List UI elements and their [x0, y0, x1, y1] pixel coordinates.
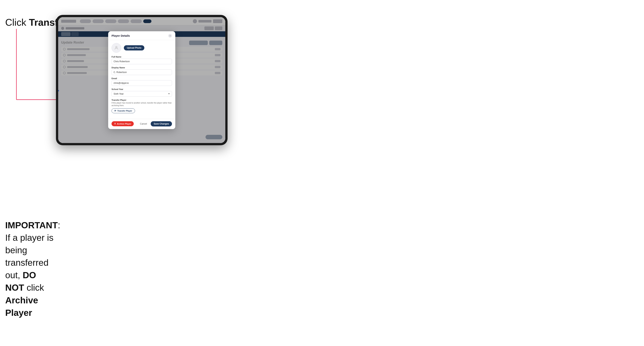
archive-icon: ⬇	[114, 123, 116, 125]
svg-point-3	[116, 46, 117, 48]
modal-header: Player Details ×	[108, 31, 175, 40]
instruction-bottom: IMPORTANT: If a player is being transfer…	[5, 219, 58, 319]
school-year-label: School Year	[112, 88, 172, 90]
email-label: Email	[112, 77, 172, 80]
tablet-device: Update Roster	[56, 15, 228, 145]
display-name-group: Display Name	[112, 66, 172, 75]
modal-close-button[interactable]: ×	[168, 34, 172, 38]
display-name-input[interactable]	[112, 69, 172, 75]
school-year-group: School Year Sixth Year	[112, 88, 172, 97]
transfer-section-description: If this player has moved to another scho…	[112, 102, 172, 107]
email-input[interactable]	[112, 80, 172, 86]
save-changes-button[interactable]: Save Changes	[151, 121, 172, 127]
transfer-player-button[interactable]: ⟳ Transfer Player	[112, 108, 135, 113]
photo-avatar	[112, 43, 121, 53]
transfer-icon: ⟳	[114, 110, 116, 112]
transfer-section-label: Transfer Player	[112, 99, 172, 101]
transfer-player-section: Transfer Player If this player has moved…	[112, 99, 172, 113]
player-details-modal: Player Details ×	[108, 31, 175, 129]
modal-body: Upload Photo Full Name Display Name	[108, 40, 175, 119]
modal-footer: ⬇ Archive Player Cancel Save Changes	[108, 119, 175, 129]
tablet-screen: Update Roster	[58, 17, 225, 143]
modal-overlay: Player Details ×	[58, 17, 225, 143]
full-name-input[interactable]	[112, 59, 172, 64]
display-name-label: Display Name	[112, 66, 172, 69]
full-name-group: Full Name	[112, 56, 172, 64]
upload-photo-button[interactable]: Upload Photo	[124, 45, 144, 50]
full-name-label: Full Name	[112, 56, 172, 58]
email-group: Email	[112, 77, 172, 86]
photo-upload-row: Upload Photo	[112, 43, 172, 53]
school-year-select[interactable]: Sixth Year	[112, 91, 172, 97]
modal-title: Player Details	[112, 34, 130, 37]
archive-player-button[interactable]: ⬇ Archive Player	[112, 121, 134, 126]
cancel-button[interactable]: Cancel	[138, 121, 149, 127]
